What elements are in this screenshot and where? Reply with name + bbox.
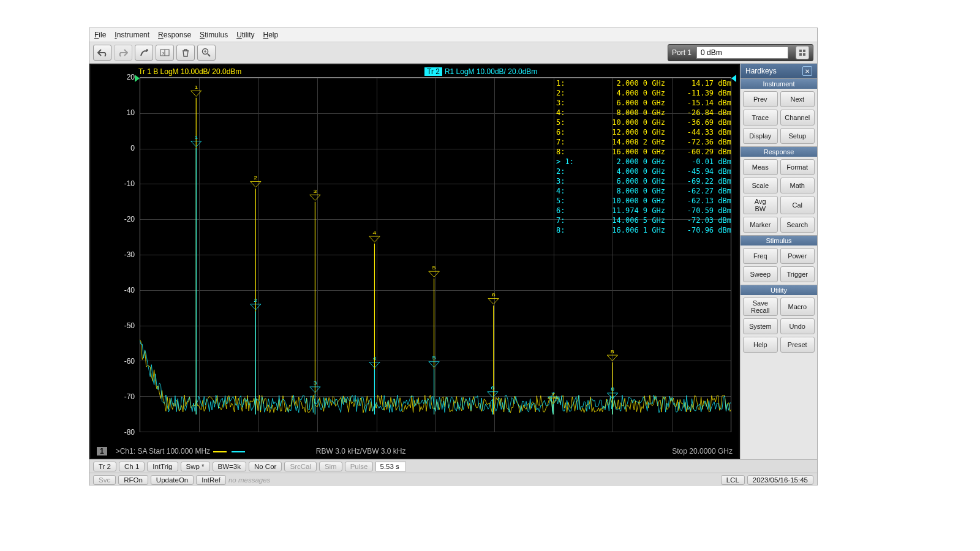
hardkey-cal-button[interactable]: Cal (780, 196, 815, 214)
menu-help[interactable]: Help (263, 31, 278, 39)
main-area: Tr 1 B LogM 10.00dB/ 20.0dBm Tr 2R1 LogM… (89, 64, 817, 459)
hardkey-power-button[interactable]: Power (780, 248, 815, 264)
svg-rect-10 (803, 53, 805, 56)
port-grid-icon[interactable] (796, 46, 809, 59)
messages-label: no messages (228, 476, 270, 484)
y-tick-label: -70 (91, 392, 135, 401)
status-tr-2-button[interactable]: Tr 2 (93, 462, 116, 471)
right-edge-marker-icon (731, 75, 736, 82)
y-tick-label: -40 (91, 286, 135, 294)
status-inttrig-button[interactable]: IntTrig (147, 462, 178, 471)
status-no-cor-button[interactable]: No Cor (249, 462, 282, 471)
svg-rect-9 (799, 53, 802, 56)
trace1-title: Tr 1 B LogM 10.00dB/ 20.0dBm (138, 67, 241, 76)
redo-button[interactable] (114, 45, 132, 61)
hardkey-meas-button[interactable]: Meas (743, 159, 778, 175)
menu-stimulus[interactable]: Stimulus (200, 31, 228, 39)
menu-instrument[interactable]: Instrument (115, 31, 149, 39)
clock-label: 2023/05/16-15:45 (747, 475, 813, 485)
sweep-time-field[interactable]: 5.53 s (375, 462, 406, 471)
rbw-label: RBW 3.0 kHz/VBW 3.0 kHz (316, 447, 406, 455)
status-bw-3k-button[interactable]: BW=3k (213, 462, 246, 471)
channel-index: 1 (97, 447, 107, 455)
svg-rect-7 (799, 50, 802, 52)
svg-text:4: 4 (373, 356, 377, 361)
y-tick-label: -30 (91, 250, 135, 259)
svg-text:3: 3 (313, 381, 317, 386)
menubar: File Instrument Response Stimulus Utilit… (89, 28, 817, 42)
hardkeys-header: Hardkeys ✕ (741, 64, 817, 78)
hardkey-trigger-button[interactable]: Trigger (780, 266, 815, 282)
svg-text:8: 8 (611, 388, 614, 392)
status-bar-2: Svc RFOn UpdateOn IntRef no messages LCL… (89, 473, 817, 486)
status-swp--button[interactable]: Swp * (181, 462, 210, 471)
svg-rect-8 (803, 50, 805, 52)
menu-utility[interactable]: Utility (236, 31, 254, 39)
svg-text:8: 8 (611, 350, 614, 354)
hardkey-next-button[interactable]: Next (780, 91, 815, 107)
svg-text:7: 7 (551, 391, 555, 395)
svg-text:6: 6 (492, 293, 496, 297)
hardkey-section-title: Response (741, 146, 817, 157)
svc-button[interactable]: Svc (93, 475, 116, 485)
add-button[interactable] (135, 45, 153, 61)
hardkey-freq-button[interactable]: Freq (743, 248, 778, 264)
updateon-button[interactable]: UpdateOn (151, 475, 194, 485)
hardkey-trace-button[interactable]: Trace (743, 110, 778, 126)
hardkey-channel-button[interactable]: Channel (780, 110, 815, 126)
hardkey-sweep-button[interactable]: Sweep (743, 266, 778, 282)
hardkey-section-title: Stimulus (741, 235, 817, 246)
svg-text:1: 1 (194, 135, 198, 140)
svg-text:5: 5 (432, 266, 436, 270)
svg-text:6: 6 (491, 386, 494, 391)
svg-text:3: 3 (313, 189, 317, 193)
hardkey-format-button[interactable]: Format (780, 159, 815, 175)
svg-line-4 (208, 54, 210, 56)
undo-button[interactable] (93, 45, 111, 61)
port-value-input[interactable] (696, 47, 788, 59)
y-tick-label: -10 (91, 179, 135, 188)
status-sim-button[interactable]: Sim (319, 462, 342, 471)
y-tick-label: -60 (91, 357, 135, 365)
svg-text:2: 2 (254, 176, 257, 180)
delete-button[interactable] (176, 45, 195, 61)
lcl-button[interactable]: LCL (721, 475, 745, 485)
hardkey-undo-button[interactable]: Undo (780, 318, 815, 334)
hardkey-save-recall-button[interactable]: Save Recall (743, 298, 778, 316)
hardkey-macro-button[interactable]: Macro (780, 298, 815, 316)
plot-canvas[interactable]: Tr 1 B LogM 10.00dB/ 20.0dBm Tr 2R1 LogM… (91, 65, 739, 444)
layout-button[interactable]: x (156, 45, 174, 61)
hardkey-search-button[interactable]: Search (780, 217, 815, 233)
hardkey-prev-button[interactable]: Prev (743, 91, 778, 107)
rfon-button[interactable]: RFOn (118, 475, 148, 485)
hardkey-help-button[interactable]: Help (743, 337, 778, 353)
y-tick-label: 0 (91, 144, 135, 152)
zoom-button[interactable] (197, 45, 216, 61)
hardkey-section-title: Utility (741, 285, 817, 295)
trace1-swatch-icon (213, 451, 227, 452)
y-tick-label: 10 (91, 108, 135, 117)
port-label: Port 1 (672, 48, 692, 57)
plot-panel: Tr 1 B LogM 10.00dB/ 20.0dBm Tr 2R1 LogM… (89, 64, 740, 459)
hardkey-display-button[interactable]: Display (743, 128, 778, 144)
menu-response[interactable]: Response (158, 31, 191, 39)
hardkey-scale-button[interactable]: Scale (743, 178, 778, 193)
marker-readout: 1:2.000 0 GHz14.17 dBm2:4.000 0 GHz-11.3… (556, 78, 731, 235)
hardkey-preset-button[interactable]: Preset (780, 337, 815, 353)
status-srccal-button[interactable]: SrcCal (284, 462, 317, 471)
x-stop-label: Stop 20.0000 GHz (672, 447, 733, 455)
app-window: File Instrument Response Stimulus Utilit… (89, 28, 818, 485)
status-ch-1-button[interactable]: Ch 1 (119, 462, 145, 471)
intref-button[interactable]: IntRef (196, 475, 226, 485)
port-control[interactable]: Port 1 (668, 44, 813, 61)
menu-file[interactable]: File (94, 31, 106, 39)
status-pulse-button[interactable]: Pulse (345, 462, 374, 471)
hardkey-marker-button[interactable]: Marker (743, 217, 778, 233)
hardkey-setup-button[interactable]: Setup (780, 128, 815, 144)
y-tick-label: 20 (91, 73, 135, 81)
hardkey-math-button[interactable]: Math (780, 178, 815, 193)
hardkeys-panel: Hardkeys ✕ InstrumentPrevNextTraceChanne… (740, 64, 817, 459)
hardkey-avg-bw-button[interactable]: Avg BW (743, 196, 778, 214)
hardkey-system-button[interactable]: System (743, 318, 778, 334)
close-hardkeys-button[interactable]: ✕ (802, 66, 812, 76)
